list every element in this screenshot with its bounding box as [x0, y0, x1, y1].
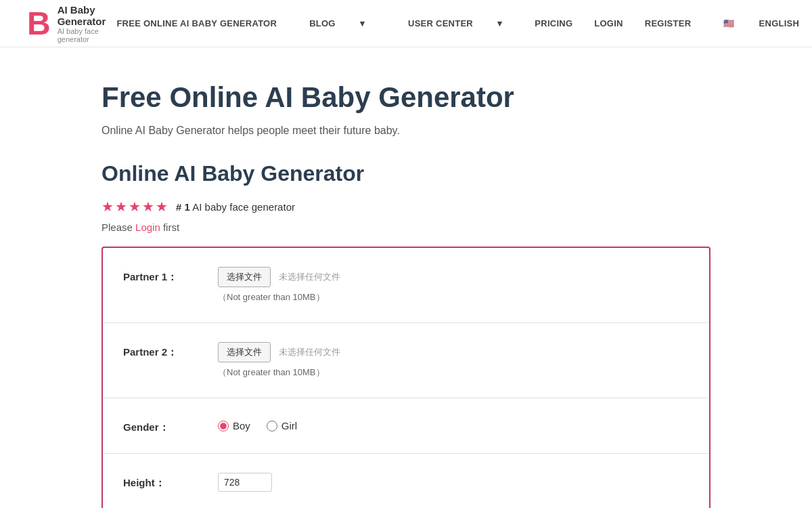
partner2-hint: （Not greater than 10MB） — [218, 366, 689, 379]
nav-blog[interactable]: BLOG ▾ — [288, 18, 386, 28]
gender-radio-group: Boy Girl — [218, 417, 689, 431]
gender-boy-radio[interactable] — [218, 421, 229, 431]
nav-register[interactable]: REGISTER — [634, 18, 702, 28]
partner1-hint: （Not greater than 10MB） — [218, 291, 689, 303]
star-5: ★ — [156, 198, 168, 215]
gender-field: Boy Girl — [218, 417, 689, 431]
page-subtitle: Online AI Baby Generator helps people me… — [102, 125, 710, 137]
gender-girl-radio[interactable] — [267, 421, 277, 431]
brand-subtitle: AI baby face generator — [58, 27, 106, 43]
partner2-label: Partner 2： — [123, 342, 218, 359]
partner2-file-button[interactable]: 选择文件 — [218, 342, 271, 362]
partner2-field: 选择文件 未选择任何文件 （Not greater than 10MB） — [218, 342, 689, 379]
partner1-label: Partner 1： — [123, 267, 218, 284]
nav-user-center[interactable]: USER CENTER ▾ — [386, 18, 524, 28]
nav-links: FREE ONLINE AI BABY GENERATOR BLOG ▾ USE… — [106, 18, 812, 28]
navbar: B AI Baby Generator AI baby face generat… — [0, 0, 812, 47]
gender-row: Gender： Boy Girl — [103, 398, 709, 454]
nav-free-online[interactable]: FREE ONLINE AI BABY GENERATOR — [106, 18, 288, 28]
brand-title: AI Baby Generator — [58, 4, 106, 27]
star-2: ★ — [115, 198, 127, 215]
height-label: Height： — [123, 473, 218, 490]
partner2-row: Partner 2： 选择文件 未选择任何文件 （Not greater tha… — [103, 323, 709, 398]
partner1-file-input-row: 选择文件 未选择任何文件 — [218, 267, 689, 287]
generator-form: Partner 1： 选择文件 未选择任何文件 （Not greater tha… — [102, 247, 710, 508]
brand-letter: B — [27, 7, 51, 40]
nav-login[interactable]: LOGIN — [583, 18, 633, 28]
brand-logo[interactable]: B AI Baby Generator AI baby face generat… — [27, 4, 106, 43]
height-row: Height： — [103, 454, 709, 508]
partner1-file-button[interactable]: 选择文件 — [218, 267, 271, 287]
gender-girl-option[interactable]: Girl — [267, 420, 297, 431]
star-rating: ★ ★ ★ ★ ★ — [102, 198, 168, 215]
star-4: ★ — [142, 198, 154, 215]
gender-boy-option[interactable]: Boy — [218, 420, 250, 431]
chevron-down-icon: ▾ — [349, 18, 376, 28]
star-1: ★ — [102, 198, 114, 215]
gender-girl-label: Girl — [281, 420, 297, 431]
stars-row: ★ ★ ★ ★ ★ # 1 AI baby face generator — [102, 198, 710, 215]
height-input[interactable] — [218, 473, 272, 492]
page-title: Free Online AI Baby Generator — [102, 81, 710, 114]
partner1-no-file: 未选择任何文件 — [279, 271, 340, 283]
nav-language[interactable]: 🇺🇸 ENGLISH ▾ — [702, 18, 812, 28]
flag-icon: 🇺🇸 — [713, 18, 745, 28]
rank-badge: # 1 AI baby face generator — [176, 201, 295, 213]
main-content: Free Online AI Baby Generator Online AI … — [74, 47, 738, 508]
star-3: ★ — [129, 198, 141, 215]
partner2-no-file: 未选择任何文件 — [279, 346, 340, 358]
section-title: Online AI Baby Generator — [102, 161, 710, 186]
chevron-down-icon: ▾ — [487, 18, 513, 28]
partner1-row: Partner 1： 选择文件 未选择任何文件 （Not greater tha… — [103, 248, 709, 323]
nav-pricing[interactable]: PRICING — [524, 18, 583, 28]
login-link[interactable]: Login — [135, 221, 160, 233]
partner2-file-input-row: 选择文件 未选择任何文件 — [218, 342, 689, 362]
gender-boy-label: Boy — [233, 420, 250, 431]
login-prompt: Please Login first — [102, 221, 710, 233]
partner1-field: 选择文件 未选择任何文件 （Not greater than 10MB） — [218, 267, 689, 303]
gender-label: Gender： — [123, 417, 218, 434]
height-field — [218, 473, 689, 492]
